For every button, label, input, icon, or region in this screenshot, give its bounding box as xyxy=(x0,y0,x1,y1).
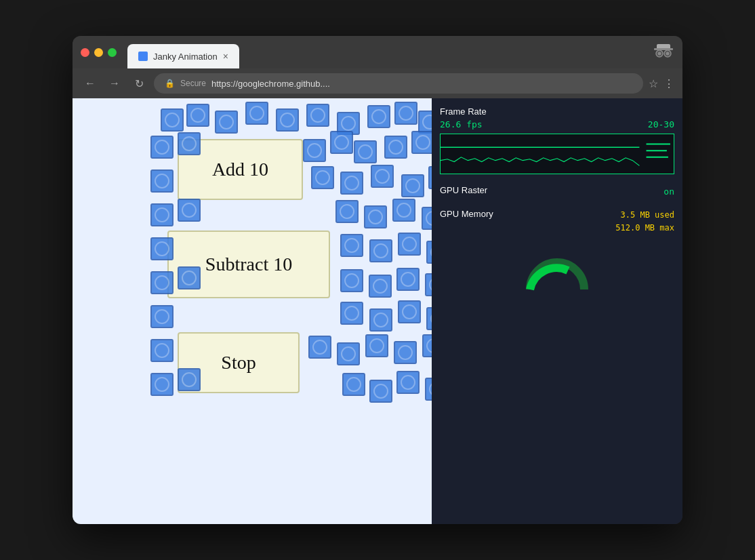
close-button[interactable] xyxy=(81,48,89,57)
tab-title: Janky Animation xyxy=(153,52,218,62)
blue-square xyxy=(369,308,392,332)
address-bar: ← → ↻ 🔒 Secure https://googlechrome.gith… xyxy=(73,68,682,98)
blue-square xyxy=(428,166,432,189)
blue-square xyxy=(150,203,174,226)
blue-square xyxy=(340,302,363,325)
svg-rect-1 xyxy=(654,48,673,50)
frame-rate-chart xyxy=(440,134,674,174)
gpu-memory-section: GPU Memory 3.5 MB used 512.0 MB max xyxy=(440,209,674,273)
devtools-panel: Frame Rate 26.6 fps 20-30 xyxy=(432,98,682,524)
blue-square xyxy=(178,199,201,222)
tab-close-icon[interactable]: × xyxy=(223,51,228,62)
blue-square xyxy=(384,136,407,159)
blue-square xyxy=(398,300,421,323)
blue-square xyxy=(150,373,174,396)
svg-point-3 xyxy=(658,52,661,55)
incognito-icon xyxy=(653,43,674,62)
blue-square xyxy=(308,336,331,359)
blue-square xyxy=(422,334,432,357)
blue-square xyxy=(369,380,392,403)
blue-square xyxy=(215,111,238,134)
gpu-memory-chart xyxy=(440,239,674,273)
bookmark-icon[interactable]: ☆ xyxy=(649,77,658,90)
blue-square xyxy=(425,273,432,296)
svg-point-5 xyxy=(666,52,670,55)
blue-square xyxy=(150,339,174,362)
blue-square xyxy=(425,378,432,401)
blue-square xyxy=(411,131,432,154)
blue-square xyxy=(369,275,392,298)
blue-square xyxy=(150,271,174,294)
browser-tab[interactable]: Janky Animation × xyxy=(127,44,239,68)
blue-square xyxy=(398,233,421,256)
blue-square xyxy=(306,104,329,127)
blue-square xyxy=(394,102,417,125)
blue-square xyxy=(161,108,184,132)
blue-square xyxy=(178,266,201,289)
animation-area: Add 10 Subtract 10 Stop xyxy=(73,98,432,524)
blue-square xyxy=(245,102,268,125)
blue-square xyxy=(340,269,363,292)
gpu-raster-section: GPU Raster on xyxy=(440,185,674,198)
blue-square xyxy=(303,139,326,162)
blue-square xyxy=(150,305,174,328)
blue-square xyxy=(178,368,201,391)
gpu-raster-label: GPU Raster xyxy=(440,185,487,195)
reload-button[interactable]: ↻ xyxy=(129,74,148,93)
blue-square xyxy=(186,104,209,127)
gpu-memory-label: GPU Memory xyxy=(440,209,493,219)
frame-rate-value: 26.6 fps xyxy=(440,119,483,129)
blue-square xyxy=(426,307,432,330)
blue-square xyxy=(342,373,365,396)
blue-square xyxy=(392,199,415,222)
menu-icon[interactable]: ⋮ xyxy=(664,77,674,90)
blue-square xyxy=(365,334,388,357)
gpu-raster-value: on xyxy=(664,186,674,197)
blue-square xyxy=(367,105,390,128)
forward-button[interactable]: → xyxy=(105,74,124,93)
blue-square xyxy=(354,140,377,163)
back-button[interactable]: ← xyxy=(81,74,100,93)
blue-square xyxy=(150,136,174,159)
frame-rate-range: 20-30 xyxy=(648,119,674,129)
blue-square xyxy=(340,172,363,195)
secure-label: Secure xyxy=(180,79,206,88)
gpu-memory-values: 3.5 MB used 512.0 MB max xyxy=(615,209,674,235)
blue-square xyxy=(150,237,174,260)
blue-square xyxy=(311,166,334,189)
blue-square xyxy=(364,205,387,228)
blue-square xyxy=(178,132,201,155)
blue-square xyxy=(150,169,174,193)
blue-square xyxy=(394,341,417,364)
gpu-memory-max: 512.0 MB max xyxy=(615,222,674,235)
tab-area: Janky Animation × xyxy=(127,36,647,68)
frame-rate-label: Frame Rate xyxy=(440,106,674,117)
blue-square xyxy=(401,174,424,197)
address-input[interactable]: 🔒 Secure https://googlechrome.github.... xyxy=(154,73,643,94)
tab-favicon xyxy=(138,52,148,61)
blue-square xyxy=(426,241,432,264)
minimize-button[interactable] xyxy=(94,48,103,57)
blue-square xyxy=(422,207,432,230)
blue-square xyxy=(396,268,420,291)
blue-square xyxy=(369,239,392,262)
blue-square xyxy=(396,371,420,394)
blue-square xyxy=(335,200,359,223)
page-content: Add 10 Subtract 10 Stop Frame Rate 26.6 … xyxy=(73,98,682,524)
browser-window: Janky Animation × ← → ↻ 🔒 xyxy=(73,36,682,524)
blue-square xyxy=(337,342,360,365)
blue-square xyxy=(276,108,299,132)
url-text: https://googlechrome.github.... xyxy=(211,79,330,89)
traffic-lights xyxy=(81,48,117,57)
gpu-memory-used: 3.5 MB used xyxy=(615,209,674,222)
title-bar: Janky Animation × xyxy=(73,36,682,68)
frame-rate-section: Frame Rate 26.6 fps 20-30 xyxy=(440,106,674,174)
blue-square xyxy=(418,111,432,134)
blue-square xyxy=(340,234,363,257)
blue-square xyxy=(330,131,353,154)
lock-icon: 🔒 xyxy=(165,79,175,88)
maximize-button[interactable] xyxy=(108,48,117,57)
blue-square xyxy=(371,165,394,188)
